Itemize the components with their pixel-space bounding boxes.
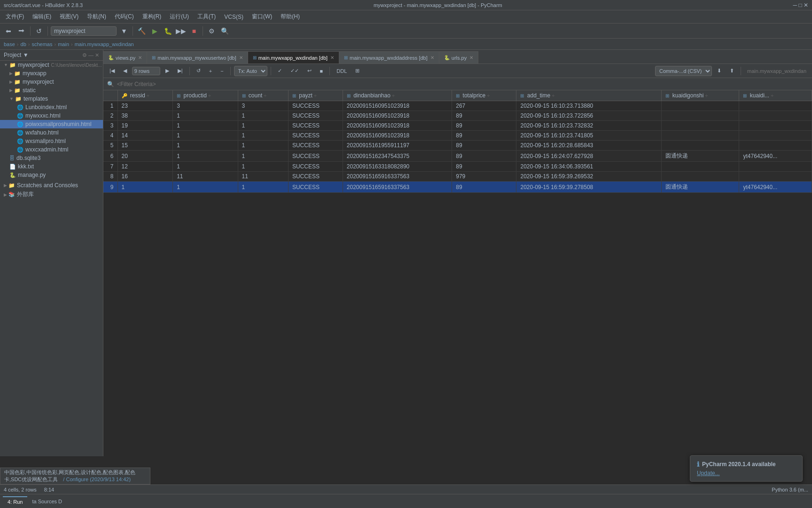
cell-dindanbianhao-6[interactable]: 20200915162347543375	[343, 151, 452, 162]
menu-view[interactable]: 视图(V)	[56, 11, 82, 22]
cell-kuaidi-2[interactable]	[739, 111, 812, 121]
cell-count-9[interactable]: 1	[238, 182, 288, 193]
rows-input[interactable]	[132, 67, 160, 75]
sidebar-toolbar[interactable]: ⚙ — ✕	[82, 52, 99, 58]
download-button[interactable]: ⬇	[714, 66, 725, 76]
cell-ressid-6[interactable]: 20	[117, 151, 173, 162]
menu-navigate[interactable]: 导航(N)	[83, 11, 110, 22]
cell-productid-1[interactable]: 3	[173, 101, 238, 111]
filter-button[interactable]: ⊞	[352, 66, 363, 76]
cell-add-time-7[interactable]: 2020-09-15 16:34:06.393561	[516, 162, 662, 172]
cell-kuaidigonshi-4[interactable]	[662, 131, 739, 141]
last-row-button[interactable]: ▶|	[174, 66, 186, 76]
cell-payzt-6[interactable]: SUCCESS	[288, 151, 343, 162]
cell-totalprice-8[interactable]: 979	[452, 172, 516, 182]
cell-productid-7[interactable]: 1	[173, 162, 238, 172]
cell-productid-8[interactable]: 11	[173, 172, 238, 182]
cell-ressid-2[interactable]: 38	[117, 111, 173, 121]
table-row[interactable]: 4 14 1 1 SUCCESS 20200915160951023918 89…	[103, 131, 812, 141]
menu-tools[interactable]: 工具(T)	[194, 11, 219, 22]
menu-refactor[interactable]: 重构(R)	[139, 11, 165, 22]
cell-count-7[interactable]: 1	[238, 162, 288, 172]
cell-kuaidi-5[interactable]	[739, 141, 812, 151]
table-row[interactable]: 1 23 3 3 SUCCESS 20200915160951023918 26…	[103, 101, 812, 111]
cell-kuaidi-6[interactable]: yt47642940...	[739, 151, 812, 162]
cell-count-3[interactable]: 1	[238, 121, 288, 131]
menu-run[interactable]: 运行(U)	[166, 11, 193, 22]
tab-close-wxddaddress[interactable]: ✕	[430, 55, 434, 60]
sidebar-mywxapp[interactable]: ▶ 📁 mywxapp	[0, 69, 103, 78]
sidebar-managepy[interactable]: 🐍 manage.py	[0, 171, 103, 179]
forward-button[interactable]: ⮕	[16, 25, 27, 37]
cell-add-time-1[interactable]: 2020-09-15 16:10:23.713880	[516, 101, 662, 111]
cell-kuaidigonshi-5[interactable]	[662, 141, 739, 151]
sidebar-mywxproject[interactable]: ▶ 📁 mywxproject	[0, 78, 103, 86]
menu-vcs[interactable]: VCS(S)	[220, 12, 247, 22]
th-totalprice[interactable]: ⊞ totalprice ÷	[452, 90, 516, 101]
sidebar-dbsqlite[interactable]: 🗄 db.sqlite3	[0, 154, 103, 162]
breadcrumb-base[interactable]: base	[4, 41, 15, 47]
cell-productid-4[interactable]: 1	[173, 131, 238, 141]
table-row[interactable]: 8 16 11 11 SUCCESS 20200915165916337563 …	[103, 172, 812, 182]
cell-kuaidi-9[interactable]: yt47642940...	[739, 182, 812, 193]
cell-kuaidi-7[interactable]	[739, 162, 812, 172]
table-row[interactable]: 5 15 1 1 SUCCESS 20200915161955911197 89…	[103, 141, 812, 151]
tx-mode-select[interactable]: Tx: Auto	[234, 66, 267, 76]
table-row[interactable]: 2 38 1 1 SUCCESS 20200915160951023918 89…	[103, 111, 812, 121]
cell-add-time-6[interactable]: 2020-09-15 16:24:07.627928	[516, 151, 662, 162]
sidebar-wxxcxadmin[interactable]: 🌐 wxxcxadmin.html	[0, 145, 103, 154]
cell-ressid-7[interactable]: 12	[117, 162, 173, 172]
first-row-button[interactable]: |◀	[106, 66, 118, 76]
back-button[interactable]: ⬅	[3, 25, 14, 37]
th-dindanbianhao[interactable]: ⊞ dindanbianhao ÷	[343, 90, 452, 101]
th-add-time[interactable]: ⊞ add_time ÷	[516, 90, 662, 101]
sidebar-static[interactable]: ▶ 📁 static	[0, 86, 103, 95]
stop-query-button[interactable]: ■	[317, 66, 327, 76]
submit-button[interactable]: ✓✓	[287, 66, 302, 76]
cell-payzt-5[interactable]: SUCCESS	[288, 141, 343, 151]
cell-payzt-7[interactable]: SUCCESS	[288, 162, 343, 172]
add-row-button[interactable]: +	[206, 66, 215, 76]
table-row[interactable]: 9 1 1 1 SUCCESS 20200915165916337563 89 …	[103, 182, 812, 193]
cell-kuaidi-1[interactable]	[739, 101, 812, 111]
stop-button[interactable]: ■	[188, 25, 200, 37]
cell-add-time-8[interactable]: 2020-09-15 16:59:39.269532	[516, 172, 662, 182]
breadcrumb-main[interactable]: main	[58, 41, 69, 47]
cell-ressid-1[interactable]: 23	[117, 101, 173, 111]
tab-close-usertwo[interactable]: ✕	[239, 55, 243, 60]
cell-ressid-5[interactable]: 15	[117, 141, 173, 151]
ddl-button[interactable]: DDL	[333, 66, 350, 76]
sidebar-root[interactable]: ▼ 📁 mywxproject C:\Users\lenovo\Deskt...	[0, 61, 103, 69]
cell-dindanbianhao-9[interactable]: 20200915165916337563	[343, 182, 452, 193]
cell-totalprice-9[interactable]: 89	[452, 182, 516, 193]
sidebar-mywxxxc[interactable]: 🌐 mywxxxc.html	[0, 111, 103, 120]
cell-dindanbianhao-7[interactable]: 20200915163318082890	[343, 162, 452, 172]
cell-ressid-4[interactable]: 14	[117, 131, 173, 141]
menu-help[interactable]: 帮助(H)	[277, 11, 304, 22]
table-row[interactable]: 7 12 1 1 SUCCESS 20200915163318082890 89…	[103, 162, 812, 172]
tab-wxdindan[interactable]: ⊞ main.mywxapp_wxdindan [db] ✕	[248, 51, 339, 64]
del-row-button[interactable]: −	[217, 66, 226, 76]
menu-window[interactable]: 窗口(W)	[248, 11, 276, 22]
rollback-button[interactable]: ↩	[304, 66, 315, 76]
datasources-tab[interactable]: ta Sources D	[27, 497, 67, 506]
cell-productid-5[interactable]: 1	[173, 141, 238, 151]
sidebar-lunboindex[interactable]: 🌐 Lunboindex.html	[0, 103, 103, 111]
tab-viewspy[interactable]: 🐍 views.py ✕	[103, 51, 147, 64]
cell-kuaidigonshi-9[interactable]: 圆通快递	[662, 182, 739, 193]
th-ressid[interactable]: 🔑 ressid ÷	[117, 90, 173, 101]
cell-totalprice-3[interactable]: 89	[452, 121, 516, 131]
cell-productid-9[interactable]: 1	[173, 182, 238, 193]
commit-button[interactable]: ✓	[274, 66, 285, 76]
cell-count-8[interactable]: 11	[238, 172, 288, 182]
run-tab[interactable]: 4: Run	[3, 496, 27, 507]
cell-kuaidigonshi-2[interactable]	[662, 111, 739, 121]
cell-kuaidi-3[interactable]	[739, 121, 812, 131]
th-payzt[interactable]: ⊞ payzt ÷	[288, 90, 343, 101]
cell-kuaidigonshi-3[interactable]	[662, 121, 739, 131]
cell-add-time-4[interactable]: 2020-09-15 16:10:23.741805	[516, 131, 662, 141]
cell-count-5[interactable]: 1	[238, 141, 288, 151]
tab-usertwo[interactable]: ⊞ main.mywxapp_mywxusertwo [db] ✕	[147, 51, 248, 64]
cell-productid-2[interactable]: 1	[173, 111, 238, 121]
breadcrumb-table[interactable]: main.mywxapp_wxdindan	[75, 41, 134, 47]
